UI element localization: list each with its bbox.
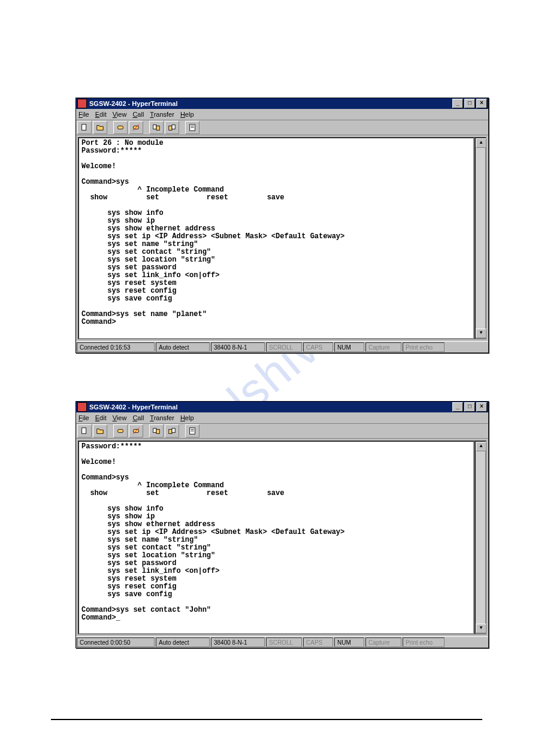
- window-title: SGSW-2402 - HyperTerminal: [89, 100, 452, 107]
- minimize-button[interactable]: _: [452, 99, 463, 108]
- receive-icon[interactable]: [165, 424, 179, 438]
- hyperterminal-window-1: SGSW-2402 - HyperTerminal _ □ × File Edi…: [75, 98, 489, 353]
- status-connected: Connected 0:00:50: [77, 637, 155, 647]
- status-caps: CAPS: [303, 342, 333, 352]
- status-caps: CAPS: [303, 637, 333, 647]
- svg-rect-1: [118, 126, 123, 129]
- system-menu-icon[interactable]: [77, 99, 87, 108]
- properties-icon[interactable]: [185, 424, 200, 438]
- status-connected: Connected 0:16:53: [77, 342, 155, 352]
- menu-transfer[interactable]: Transfer: [150, 111, 174, 118]
- close-button[interactable]: ×: [476, 99, 487, 108]
- disconnect-icon[interactable]: [129, 121, 143, 134]
- client-area: Password:***** Welcome! Command>sys ^ In…: [76, 439, 488, 636]
- toolbar: [76, 424, 488, 439]
- status-capture: Capture: [365, 637, 401, 647]
- close-button[interactable]: ×: [476, 402, 487, 412]
- menu-bar: File Edit View Call Transfer Help: [76, 109, 488, 120]
- status-serial: 38400 8-N-1: [211, 637, 265, 647]
- menu-edit[interactable]: Edit: [95, 111, 107, 118]
- menu-edit[interactable]: Edit: [95, 414, 107, 421]
- window-controls: _ □ ×: [452, 402, 487, 412]
- scroll-track[interactable]: [476, 451, 485, 624]
- vertical-scrollbar[interactable]: ▲ ▼: [474, 137, 486, 339]
- titlebar[interactable]: SGSW-2402 - HyperTerminal _ □ ×: [76, 98, 488, 109]
- terminal-output[interactable]: Port 26 : No module Password:***** Welco…: [78, 137, 474, 339]
- terminal-output[interactable]: Password:***** Welcome! Command>sys ^ In…: [78, 441, 474, 634]
- menu-call[interactable]: Call: [132, 414, 144, 421]
- status-printecho: Print echo: [403, 637, 445, 647]
- status-autodetect: Auto detect: [156, 637, 210, 647]
- menu-file[interactable]: File: [78, 111, 89, 118]
- menu-bar: File Edit View Call Transfer Help: [76, 412, 488, 424]
- menu-file[interactable]: File: [78, 414, 89, 421]
- status-scroll: SCROLL: [266, 637, 302, 647]
- vertical-scrollbar[interactable]: ▲ ▼: [474, 441, 486, 634]
- open-file-icon[interactable]: [93, 121, 107, 134]
- svg-rect-12: [118, 429, 123, 432]
- svg-rect-11: [82, 428, 86, 434]
- properties-icon[interactable]: [185, 121, 200, 134]
- svg-rect-4: [153, 125, 156, 129]
- maximize-button[interactable]: □: [464, 99, 475, 108]
- send-icon[interactable]: [149, 424, 164, 438]
- client-area: Port 26 : No module Password:***** Welco…: [76, 135, 488, 341]
- minimize-button[interactable]: _: [452, 402, 463, 412]
- page-divider: [51, 719, 482, 720]
- system-menu-icon[interactable]: [77, 402, 87, 412]
- status-autodetect: Auto detect: [156, 342, 210, 352]
- svg-rect-7: [172, 125, 175, 129]
- scroll-up-icon[interactable]: ▲: [476, 138, 486, 148]
- send-icon[interactable]: [149, 121, 164, 134]
- menu-view[interactable]: View: [113, 414, 127, 421]
- status-num: NUM: [334, 342, 364, 352]
- titlebar[interactable]: SGSW-2402 - HyperTerminal _ □ ×: [76, 402, 488, 412]
- new-file-icon[interactable]: [77, 121, 92, 134]
- receive-icon[interactable]: [165, 121, 179, 134]
- status-serial: 38400 8-N-1: [211, 342, 265, 352]
- hyperterminal-window-2: SGSW-2402 - HyperTerminal _ □ × File Edi…: [75, 401, 489, 648]
- svg-rect-15: [153, 429, 156, 433]
- window-controls: _ □ ×: [452, 99, 487, 108]
- menu-call[interactable]: Call: [132, 111, 144, 118]
- scroll-down-icon[interactable]: ▼: [476, 329, 486, 338]
- menu-help[interactable]: Help: [180, 111, 194, 118]
- svg-rect-6: [169, 126, 172, 130]
- status-bar: Connected 0:16:53 Auto detect 38400 8-N-…: [76, 341, 488, 353]
- disconnect-icon[interactable]: [129, 424, 143, 438]
- menu-transfer[interactable]: Transfer: [150, 414, 174, 421]
- status-printecho: Print echo: [403, 342, 445, 352]
- connect-icon[interactable]: [113, 424, 128, 438]
- connect-icon[interactable]: [113, 121, 128, 134]
- svg-rect-18: [172, 429, 175, 433]
- toolbar: [76, 120, 488, 135]
- scroll-track[interactable]: [476, 148, 485, 329]
- status-capture: Capture: [365, 342, 401, 352]
- svg-rect-5: [156, 126, 159, 130]
- svg-rect-0: [82, 125, 86, 130]
- status-num: NUM: [334, 637, 364, 647]
- document-page: manualshive.com SGSW-2402 - HyperTermina…: [0, 0, 535, 756]
- maximize-button[interactable]: □: [464, 402, 475, 412]
- menu-view[interactable]: View: [113, 111, 127, 118]
- scroll-down-icon[interactable]: ▼: [476, 624, 486, 633]
- svg-rect-17: [169, 429, 172, 433]
- svg-rect-16: [156, 429, 159, 433]
- status-bar: Connected 0:00:50 Auto detect 38400 8-N-…: [76, 636, 488, 648]
- menu-help[interactable]: Help: [180, 414, 194, 421]
- status-scroll: SCROLL: [266, 342, 302, 352]
- new-file-icon[interactable]: [77, 424, 92, 438]
- scroll-up-icon[interactable]: ▲: [476, 442, 486, 451]
- window-title: SGSW-2402 - HyperTerminal: [89, 403, 452, 411]
- open-file-icon[interactable]: [93, 424, 107, 438]
